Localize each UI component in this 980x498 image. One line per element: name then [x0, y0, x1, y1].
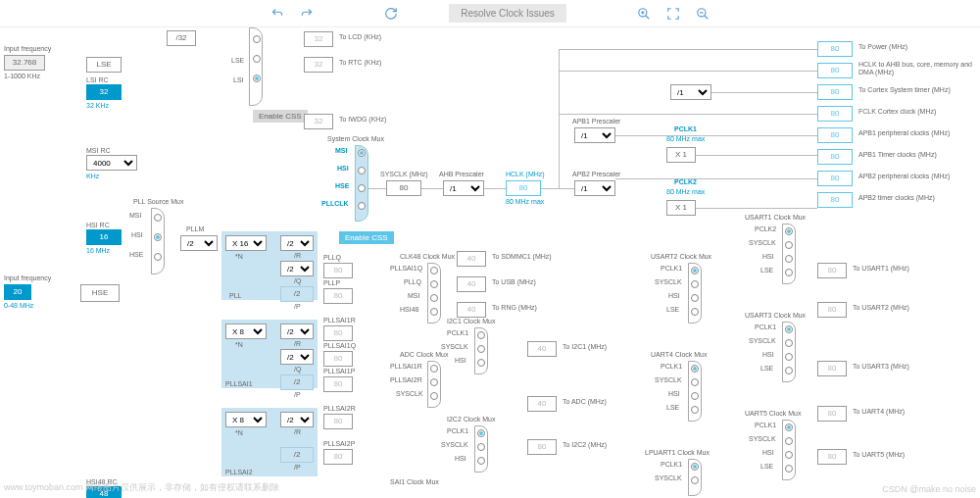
input-freq2-range: 0-48 MHz: [4, 302, 33, 309]
i2c2-title: I2C2 Clock Mux: [447, 416, 495, 423]
pll-src-title: PLL Source Mux: [133, 198, 184, 205]
sysmux-title: System Clock Mux: [327, 135, 384, 142]
watermark-right: CSDN @make no noise: [882, 484, 976, 494]
apb1-label: APB1 Prescaler: [572, 118, 620, 124]
watermark-left: www.toymoban.com 网络图片仅供展示，非存储，如有侵权请联系删除: [4, 481, 279, 494]
pllsai2-r[interactable]: /2: [280, 412, 314, 427]
ahb-out-val: 80: [817, 63, 853, 78]
i2c2-val: 80: [527, 439, 557, 455]
pllsrc-msi[interactable]: [154, 214, 162, 222]
hsi-value: 16: [86, 229, 122, 245]
pllp-val: 80: [323, 288, 353, 304]
pllsai1-q[interactable]: /2: [280, 349, 314, 365]
usb-val: 40: [457, 276, 486, 292]
adc-val: 40: [527, 396, 557, 412]
pllsai1r-val: 80: [323, 325, 353, 341]
pllm-label: PLLM: [186, 225, 204, 232]
clock-canvas: Input frequency 32.768 1-1000 KHz Input …: [0, 27, 980, 498]
enable-css-rtc[interactable]: Enable CSS: [253, 110, 308, 123]
pll-q[interactable]: /2: [280, 261, 314, 276]
rtc-label: To RTC (KHz): [339, 59, 381, 66]
pllsai2r-val: 80: [323, 414, 353, 429]
msi-rc-label: MSI RC: [86, 147, 111, 154]
pllsai1q-val: 80: [323, 351, 353, 367]
sysmux-msi[interactable]: [358, 149, 366, 157]
hsi-rc-label: HSI RC: [86, 222, 110, 228]
hclk-label: HCLK (MHz): [506, 171, 545, 177]
pll-n[interactable]: X 16: [225, 235, 267, 251]
sysmux-hsi[interactable]: [358, 167, 366, 174]
lpuart1-title: LPUART1 Clock Mux: [645, 449, 710, 456]
zoom-out-icon[interactable]: [696, 7, 710, 21]
fclk-label: FCLK Cortex clock (MHz): [858, 108, 936, 115]
apb2-prescaler[interactable]: /1: [574, 180, 615, 196]
pll-r[interactable]: /2: [280, 235, 314, 251]
usart3-val: 80: [817, 361, 847, 376]
ahb-out-label: HCLK to AHB bus, core, memory and DMA (M…: [858, 61, 976, 76]
usart3-title: USART3 Clock Mux: [745, 312, 806, 319]
input-freq-value[interactable]: 32.768: [4, 55, 45, 71]
rng-val: 40: [457, 302, 486, 318]
sysclk-value[interactable]: 80: [386, 180, 421, 196]
apb2-label: APB2 Prescaler: [572, 171, 620, 177]
fclk-val: 80: [817, 106, 853, 122]
lcd-value: 32: [304, 31, 333, 47]
pllsai1-n[interactable]: X 8: [225, 324, 267, 339]
hclk-max: 80 MHz max: [506, 198, 544, 205]
sysmux-pllclk[interactable]: [358, 202, 366, 210]
apb2p-val: 80: [817, 171, 853, 186]
apb1-prescaler[interactable]: /1: [574, 127, 615, 143]
redo-icon[interactable]: [300, 7, 314, 21]
usart1-val: 80: [817, 263, 847, 278]
usart2-title: USART2 Clock Mux: [651, 253, 711, 260]
iwdg-label: To IWDG (KHz): [339, 116, 386, 123]
lse-block: LSE: [86, 57, 122, 73]
pll-p: /2: [280, 286, 314, 302]
refresh-icon[interactable]: [384, 7, 398, 21]
rtc-mux-opt2[interactable]: [253, 55, 261, 63]
msi-unit: KHz: [86, 173, 99, 179]
uart5-title: UART5 Clock Mux: [745, 410, 801, 417]
pllsrc-hse[interactable]: [154, 253, 162, 261]
rtc-value: 32: [304, 57, 333, 73]
pllsai1p-val: 80: [323, 376, 353, 392]
uart4-val: 80: [817, 406, 847, 422]
lsi-rc-label: LSI RC: [86, 76, 109, 83]
usart1-title: USART1 Clock Mux: [745, 214, 806, 221]
pllsai2-n[interactable]: X 8: [225, 412, 267, 427]
toolbar: Resolve Clock Issues: [0, 0, 980, 27]
fit-icon[interactable]: [666, 7, 680, 21]
hclk-value[interactable]: 80: [506, 180, 541, 196]
pllm-select[interactable]: /2: [180, 235, 218, 251]
pllsai2p-val: 80: [323, 449, 353, 465]
input-freq-range: 1-1000 KHz: [4, 73, 40, 79]
pllsai2-p: /2: [280, 447, 314, 463]
rtc-mux-opt3[interactable]: [253, 75, 261, 82]
hse-block: HSE: [80, 284, 120, 302]
cortex-div[interactable]: /1: [670, 84, 711, 100]
sai1-title: SAI1 Clock Mux: [390, 478, 439, 485]
resolve-clock-button[interactable]: Resolve Clock Issues: [449, 4, 566, 23]
apb1p-val: 80: [817, 127, 853, 143]
undo-icon[interactable]: [270, 7, 284, 21]
apb2p-label: APB2 peripheral clocks (MHz): [858, 173, 950, 179]
rtc-mux-opt1[interactable]: [253, 35, 261, 43]
i2c1-val: 40: [527, 341, 557, 357]
hsi-unit: 16 MHz: [86, 247, 110, 254]
pllsai1-r[interactable]: /2: [280, 324, 314, 339]
sysmux-hse[interactable]: [358, 184, 366, 192]
ahb-prescaler[interactable]: /1: [443, 180, 484, 196]
input-freq-label: Input frequency: [4, 45, 51, 52]
clk48-title: CLK48 Clock Mux: [400, 253, 455, 260]
lcd-label: To LCD (KHz): [339, 33, 381, 40]
apb1-x1: X 1: [666, 147, 696, 163]
apb1t-val: 80: [817, 149, 853, 165]
enable-css-sys[interactable]: Enable CSS: [339, 231, 394, 244]
input-freq2-value[interactable]: 20: [4, 284, 31, 300]
pllsrc-hsi[interactable]: [154, 233, 162, 241]
msi-select[interactable]: 4000: [86, 155, 137, 171]
zoom-in-icon[interactable]: [637, 7, 651, 21]
div32: /32: [167, 30, 196, 46]
iwdg-value: 32: [304, 114, 333, 129]
apb2t-val: 80: [817, 192, 853, 208]
